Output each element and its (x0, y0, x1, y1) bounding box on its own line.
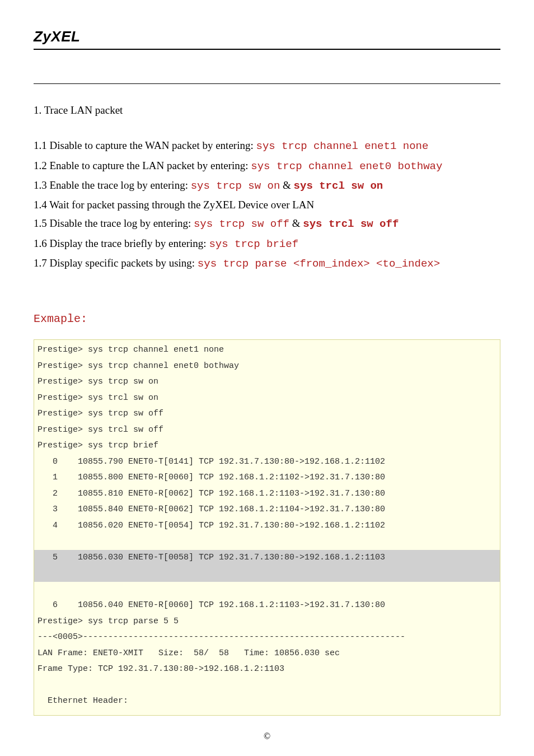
ampersand: & (289, 217, 303, 229)
step-number: 1.6 (34, 237, 47, 249)
step-command: sys trcp channel enet1 none (256, 140, 428, 152)
terminal-line: Prestige> sys trcl sw off (34, 422, 500, 438)
terminal-line: Prestige> sys trcp brief (34, 438, 500, 454)
terminal-line: 4 10856.020 ENET0-T[0054] TCP 192.31.7.1… (34, 518, 500, 534)
terminal-line: Prestige> sys trcp channel enet1 none (34, 342, 500, 358)
ampersand: & (280, 179, 293, 191)
step-text: Enable to capture the LAN packet by ente… (50, 160, 251, 171)
step-number: 1.1 (34, 139, 47, 151)
terminal-line (34, 582, 500, 598)
terminal-line: Prestige> sys trcp sw off (34, 406, 500, 422)
terminal-line (34, 534, 500, 550)
terminal-line (34, 678, 500, 694)
terminal-line: Prestige> sys trcp sw on (34, 374, 500, 390)
terminal-line: ---<0005>-------------------------------… (34, 629, 500, 646)
step-1-6: 1.6 Display the trace briefly by enterin… (34, 234, 500, 254)
step-1-4: 1.4 Wait for packet passing through the … (34, 195, 500, 214)
step-command-2: sys trcl sw off (303, 218, 399, 230)
terminal-line: 3 10855.840 ENET0-R[0062] TCP 192.168.1.… (34, 502, 500, 518)
step-command: sys trcp sw off (194, 218, 289, 230)
section-body: 1. Trace LAN packet 1.1 Disable to captu… (34, 101, 500, 273)
step-number: 1.7 (34, 257, 47, 269)
step-1-5: 1.5 Disable the trace log by entering: s… (34, 214, 500, 234)
step-text: Display the trace briefly by entering: (50, 237, 209, 249)
document-page: ZyXEL 1. Trace LAN packet 1.1 Disable to… (0, 0, 534, 756)
step-text: Disable the trace log by entering: (50, 217, 194, 229)
step-text: Disable to capture the WAN packet by ent… (50, 139, 256, 151)
step-1-1: 1.1 Disable to capture the WAN packet by… (34, 136, 500, 156)
step-number: 1.2 (34, 160, 47, 171)
step-command: sys trcp sw on (191, 180, 280, 192)
step-command: sys trcp parse <from_index> <to_index> (198, 258, 440, 270)
step-1-3: 1.3 Enable the trace log by entering: sy… (34, 176, 500, 195)
terminal-line: LAN Frame: ENET0-XMIT Size: 58/ 58 Time:… (34, 646, 500, 662)
step-command: sys trcp brief (209, 238, 298, 250)
terminal-line: 1 10855.800 ENET0-R[0060] TCP 192.168.1.… (34, 470, 500, 486)
terminal-line: Prestige> sys trcp channel enet0 bothway (34, 358, 500, 375)
step-command-2: sys trcl sw on (294, 180, 383, 192)
brand-logo: ZyXEL (34, 28, 500, 50)
terminal-line: Ethernet Header: (34, 693, 500, 710)
copyright-symbol: © (34, 731, 500, 741)
terminal-line: Frame Type: TCP 192.31.7.130:80->192.168… (34, 661, 500, 678)
terminal-line-highlight (34, 566, 500, 582)
step-1-2: 1.2 Enable to capture the LAN packet by … (34, 156, 500, 176)
terminal-output: Prestige> sys trcp channel enet1 nonePre… (34, 339, 500, 716)
step-text: Wait for packet passing through the ZyXE… (49, 199, 314, 211)
terminal-line: 0 10855.790 ENET0-T[0141] TCP 192.31.7.1… (34, 454, 500, 470)
step-text: Enable the trace log by entering: (50, 179, 191, 191)
step-number: 1.4 (34, 199, 47, 211)
step-text: Display specific packets by using: (50, 257, 198, 269)
step-1-7: 1.7 Display specific packets by using: s… (34, 254, 500, 273)
terminal-line: Prestige> sys trcp parse 5 5 (34, 614, 500, 630)
header-divider (34, 83, 500, 84)
terminal-line: 6 10856.040 ENET0-R[0060] TCP 192.168.1.… (34, 598, 500, 614)
terminal-line-highlight: 5 10856.030 ENET0-T[0058] TCP 192.31.7.1… (34, 550, 500, 566)
section-title: 1. Trace LAN packet (34, 101, 500, 119)
step-command: sys trcp channel enet0 bothway (251, 160, 442, 172)
terminal-line: 2 10855.810 ENET0-R[0062] TCP 192.168.1.… (34, 486, 500, 502)
step-number: 1.3 (34, 179, 47, 191)
terminal-line: Prestige> sys trcl sw on (34, 390, 500, 407)
step-number: 1.5 (34, 217, 47, 229)
example-heading: Exmaple: (34, 312, 500, 325)
